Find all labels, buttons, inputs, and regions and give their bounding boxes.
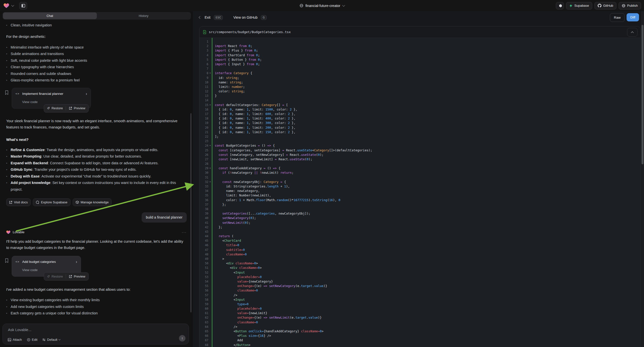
attach-button[interactable]: Attach — [8, 338, 22, 342]
chat-bubble-icon — [36, 201, 39, 204]
code-line: 60 placeholder=0 — [200, 306, 640, 311]
chat-composer[interactable]: Ask Lovable... Attach Edit — [2, 324, 189, 344]
design-bullet-list: •Minimalist interface with plenty of whi… — [6, 44, 187, 84]
code-line: 51 <div className=0> — [200, 266, 640, 270]
code-line: 53 placeholder=0 — [200, 275, 640, 279]
exit-button[interactable]: Exit — [205, 16, 210, 20]
code-line: 40 setNewCategory(0); — [200, 216, 640, 220]
chevron-right-icon: › — [76, 260, 77, 263]
code-line: 38 — [200, 207, 640, 211]
restore-preview-pill: ↺ Restore Preview — [44, 104, 88, 112]
code-panel: Exit ESC View on GitHub G Raw Diff src/c… — [193, 11, 644, 347]
project-switcher[interactable]: financial-future-creator — [300, 0, 344, 11]
code-toolbar: Exit ESC View on GitHub G Raw Diff — [199, 13, 639, 22]
preview-button[interactable]: Preview — [66, 104, 88, 112]
sliders-icon — [42, 338, 46, 341]
message-menu-button[interactable]: ··· — [182, 229, 187, 236]
bookmark-icon[interactable] — [5, 90, 8, 95]
code-line: 66 <Plus size={16} /> — [200, 334, 640, 338]
chat-panel: Chat History • Clean, intuitive navigati… — [0, 11, 193, 347]
version-card-implement-financial-planner[interactable]: <> Implement financial planner › View co… — [12, 88, 91, 108]
code-line: 68 </Button> — [200, 343, 640, 347]
workspace-chevron-icon[interactable] — [11, 4, 14, 6]
send-button[interactable]: ↑ — [179, 335, 186, 342]
code-line: 64 /> — [200, 324, 640, 329]
code-line: 12 color: string; — [200, 89, 640, 94]
code-line: 59 type=0 — [200, 302, 640, 306]
code-line: 13} — [200, 94, 640, 98]
chat-tabs: Chat History — [2, 12, 191, 20]
image-icon — [8, 338, 11, 342]
code-line: 17 { id: 0, name: 1, limit: 600, color: … — [200, 112, 640, 116]
chevron-down-icon — [58, 338, 60, 340]
assistant-paragraph: Your sleek financial planner is now read… — [6, 118, 187, 130]
bullet-item: •Soft, neutral color palette with light … — [6, 57, 187, 64]
code-line: 5import { Button } from 0; — [200, 58, 640, 62]
code-line: 28 — [200, 162, 640, 166]
tab-history[interactable]: History — [97, 12, 191, 19]
explore-supabase-button[interactable]: Explore Supabase — [33, 198, 70, 206]
publish-button[interactable]: Publish — [618, 2, 641, 10]
code-line: 11 limit: number; — [200, 85, 640, 89]
code-line: 56 className=0 — [200, 288, 640, 293]
supabase-button[interactable]: Supabase — [566, 2, 592, 10]
code-line: 22]; — [200, 134, 640, 139]
code-line: 49 > — [200, 257, 640, 261]
back-chevron-icon[interactable] — [199, 16, 202, 19]
edit-button[interactable]: Edit — [27, 338, 37, 342]
code-line: 63 className=0 — [200, 320, 640, 324]
code-line: 14 — [200, 98, 640, 102]
preview-button[interactable]: Preview — [66, 272, 88, 280]
bullet-item: •Minimalist interface with plenty of whi… — [6, 44, 187, 51]
code-line: 52 <Input — [200, 270, 640, 275]
assistant-paragraph: I'll help you add budget categories to t… — [6, 238, 187, 251]
code-line: 8▾interface Category { — [200, 71, 640, 76]
code-line: 9 id: string; — [200, 76, 640, 80]
visit-docs-button[interactable]: Visit docs — [6, 198, 30, 206]
github-button[interactable]: GitHub — [594, 2, 616, 10]
code-line: 21 { id: 0, name: 1, limit: 150, color: … — [200, 130, 640, 134]
code-line: 20 { id: 0, name: 1, limit: 200, color: … — [200, 126, 640, 130]
bullet-item: •GitHub Sync: Transfer your project's co… — [6, 166, 187, 173]
supabase-label: Supabase — [574, 4, 589, 8]
raw-toggle-button[interactable]: Raw — [610, 13, 624, 22]
view-on-github-button[interactable]: View on GitHub — [233, 16, 258, 20]
code-line: 36 color: 1 + Math.floor(Math.random()*1… — [200, 198, 640, 202]
restore-button[interactable]: ↺ Restore — [44, 272, 66, 280]
sidebar-toggle-button[interactable] — [19, 2, 27, 10]
code-brackets-icon: <> — [16, 90, 20, 97]
code-scrollbar-track[interactable] — [641, 11, 644, 347]
lovable-logo-icon[interactable] — [4, 3, 9, 8]
package-box-icon — [76, 201, 79, 204]
assistant-header: Lovable ··· — [6, 229, 187, 236]
manage-knowledge-button[interactable]: Manage knowledge — [73, 198, 112, 206]
chat-input[interactable]: Ask Lovable... — [8, 328, 31, 332]
settings-button[interactable] — [556, 2, 564, 10]
code-line: 48 className=0 — [200, 252, 640, 257]
bookmark-icon[interactable] — [5, 258, 8, 263]
code-line: 61 value={newLimit} — [200, 311, 640, 316]
code-line: 6import { Input } from 0; — [200, 62, 640, 66]
external-link-icon — [69, 275, 72, 278]
collapse-file-button[interactable] — [627, 28, 638, 36]
code-file-card: src/components/budget/BudgetCategories.t… — [199, 26, 641, 347]
panel-left-icon — [22, 4, 25, 8]
version-card-1-wrap: <> Implement financial planner › View co… — [5, 88, 187, 108]
top-bar: financial-future-creator Supabase GitHub — [0, 0, 644, 11]
code-line: 29▾ const handleAddCategory = () => { — [200, 166, 640, 170]
tab-chat[interactable]: Chat — [3, 12, 97, 19]
code-scrollbar-thumb[interactable] — [642, 25, 644, 164]
code-line: 27 const [newLimit, setNewLimit] = React… — [200, 157, 640, 162]
mode-selector[interactable]: Default — [42, 338, 60, 342]
chat-scrollbar[interactable] — [190, 113, 192, 312]
assistant-paragraph: I've added a new budget categories manag… — [6, 286, 187, 293]
diff-toggle-button[interactable]: Diff — [626, 13, 639, 22]
code-line: 3import { Plus } from 0; — [200, 48, 640, 53]
added-bullet-list: •View existing budget categories with th… — [6, 297, 187, 317]
code-line: 7 — [200, 66, 640, 71]
file-plus-icon — [203, 30, 206, 34]
version-card-add-budget-categories[interactable]: <> Add budget categories › View code ↺ R… — [12, 256, 81, 276]
restore-button[interactable]: ↺ Restore — [44, 104, 66, 112]
g-key-badge: G — [261, 15, 266, 20]
version-card-2-wrap: <> Add budget categories › View code ↺ R… — [5, 256, 187, 276]
